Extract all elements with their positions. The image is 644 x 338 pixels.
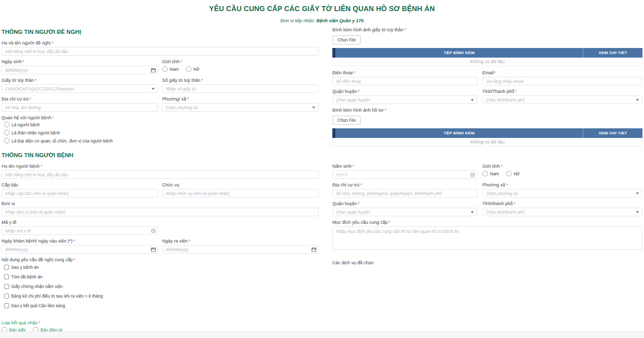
request-option-cost-statement[interactable]: Bảng kê chi phí điều trị sau khi ra viện… (4, 294, 319, 299)
requester-email-input[interactable] (482, 77, 642, 85)
required-marker: * (180, 59, 182, 64)
required-marker: * (354, 70, 356, 75)
radio-icon[interactable] (506, 171, 512, 176)
clear-icon[interactable] (151, 228, 156, 233)
required-marker: * (515, 89, 517, 94)
attach-table-col-file: TỆP ĐÍNH KÈM (335, 128, 583, 138)
checkbox-icon[interactable] (4, 294, 9, 299)
selected-services-label: Các dịch vụ đã chọn (332, 260, 374, 265)
patient-district-label: Quận huyện (332, 201, 357, 206)
required-marker: * (39, 320, 41, 325)
required-marker: * (389, 220, 391, 225)
calendar-icon[interactable] (151, 68, 156, 72)
radio-icon[interactable] (4, 130, 10, 135)
patient-rank-label: Cấp bậc (2, 182, 158, 188)
checkbox-icon[interactable] (4, 303, 9, 308)
requester-fullname-input[interactable] (2, 47, 319, 56)
requester-phone-label: Điện thoại (332, 70, 353, 75)
requester-ward-select[interactable]: Chọn phường xã (162, 103, 319, 112)
request-content-label: Nội dung yêu cầu đề nghị cung cấp (2, 257, 73, 262)
admission-date-input[interactable] (2, 245, 158, 254)
requester-dob-input[interactable] (2, 66, 158, 74)
requester-idnumber-label: Số giấy tờ tuỳ thân (162, 78, 200, 83)
requester-ward-placeholder: Chọn phường xã (166, 105, 197, 110)
required-marker: * (506, 182, 508, 187)
patient-medical-code-input[interactable] (2, 226, 158, 235)
requester-province-placeholder: Chọn tỉnh/thành phố (486, 98, 525, 103)
patient-name-input[interactable] (2, 170, 319, 179)
relation-option-organization[interactable]: Là Đại diện cơ quan, tổ chức, đơn vị của… (4, 138, 319, 143)
radio-icon[interactable] (162, 66, 168, 72)
request-option-copy-record[interactable]: Sao y bệnh án (4, 265, 319, 270)
field-patient-name: Họ tên người bệnh* (2, 164, 319, 179)
required-marker: * (358, 201, 360, 206)
requester-address-label: Địa chỉ cư trú (2, 96, 29, 102)
field-requester-idnumber: Số giấy tờ tuỳ thân* (162, 78, 319, 93)
requester-idtype-select[interactable]: CMND/CMTSQ/CCCD/CC/Passport (2, 84, 158, 93)
attach-id-label: Đính kèm hình ảnh giấy tờ tuỳ thân (332, 27, 403, 32)
required-marker: * (514, 201, 516, 206)
patient-province-select[interactable]: Chọn tỉnh/thành phố (482, 208, 642, 216)
required-marker: * (495, 70, 497, 75)
patient-ward-select[interactable]: Chọn phường xã (482, 189, 642, 198)
radio-icon[interactable] (4, 122, 10, 127)
relation-option-relative[interactable]: Là thân nhân người bệnh (4, 130, 319, 135)
requester-phone-input[interactable] (332, 77, 477, 85)
receiving-unit-name: Bệnh viện Quân y 175 (316, 18, 364, 23)
requester-idnumber-input[interactable] (162, 84, 319, 93)
relation-option-patient[interactable]: Là người bệnh (4, 122, 319, 127)
patient-province-placeholder: Chọn tỉnh/thành phố (486, 210, 525, 215)
checkbox-icon[interactable] (4, 265, 9, 270)
patient-address-input[interactable] (332, 189, 477, 198)
checkbox-icon[interactable] (4, 274, 9, 279)
requester-relation-label: Quan hệ với người bệnh (2, 115, 51, 120)
patient-rank-input[interactable] (2, 189, 158, 198)
patient-unit-input[interactable] (2, 208, 319, 216)
patient-gender-male[interactable]: Nam (482, 171, 499, 176)
radio-icon[interactable] (4, 138, 10, 143)
patient-position-input[interactable] (162, 189, 319, 198)
calendar-icon[interactable] (312, 247, 316, 252)
request-option-summary[interactable]: Tóm tắt bệnh án (4, 274, 319, 279)
requester-gender-female[interactable]: Nữ (186, 66, 200, 72)
patient-district-select[interactable]: Chọn quận huyện (332, 208, 477, 216)
chevron-down-icon (636, 99, 639, 101)
admission-date-label: Ngày khám bệnh/ ngày vào viện (*) (2, 238, 73, 244)
calendar-icon[interactable] (151, 247, 156, 252)
clear-icon[interactable] (470, 172, 475, 177)
request-option-lab-results[interactable]: Sao y kết quả Cận lâm sàng (4, 303, 319, 308)
choose-file-button[interactable]: Chọn File (332, 35, 361, 44)
requester-dob-label: Ngày sinh (2, 59, 22, 64)
field-requester-fullname: Họ và tên người đề nghị* (2, 40, 319, 56)
field-patient-district: Quận huyện* Chọn quận huyện (332, 201, 477, 216)
patient-gender-label: Giới tính (482, 164, 500, 169)
radio-icon[interactable] (186, 66, 191, 72)
patient-gender-female[interactable]: Nữ (506, 171, 520, 176)
purpose-label: Mục đích yêu cầu cung cấp (332, 220, 388, 225)
discharge-date-input[interactable] (162, 245, 319, 254)
requester-email-label: Email (482, 70, 494, 75)
choose-file-button[interactable]: Chọn File (332, 116, 361, 125)
requester-district-select[interactable]: Chọn quận huyện (332, 95, 477, 104)
page-title: YÊU CẦU CUNG CẤP CÁC GIẤY TỜ LIÊN QUAN H… (0, 5, 644, 13)
discharge-date-label: Ngày ra viện (162, 238, 188, 244)
requester-gender-male[interactable]: Nam (162, 66, 179, 72)
required-marker: * (201, 78, 203, 83)
radio-icon[interactable] (482, 171, 488, 176)
requester-address-input[interactable] (2, 103, 158, 112)
required-marker: * (189, 238, 191, 244)
requester-province-select[interactable]: Chọn tỉnh/thành phố (482, 95, 642, 104)
checkbox-icon[interactable] (4, 284, 9, 289)
patient-birthyear-input[interactable] (332, 170, 477, 179)
patient-birthyear-label: Năm sinh (332, 164, 352, 169)
required-marker: * (74, 238, 76, 244)
field-requester-address: Địa chỉ cư trú* (2, 96, 158, 112)
required-marker: * (40, 164, 42, 169)
chevron-down-icon (471, 99, 474, 101)
field-requester-district: Quận huyện* Chọn quận huyện (332, 89, 477, 104)
request-option-hospitalization-cert[interactable]: Giấy chứng nhận nằm viện (4, 284, 319, 289)
requester-district-label: Quận huyện (332, 89, 357, 94)
required-marker: * (23, 59, 25, 64)
purpose-textarea[interactable] (332, 226, 642, 250)
field-admission-date: Ngày khám bệnh/ ngày vào viện (*)* (2, 238, 158, 254)
